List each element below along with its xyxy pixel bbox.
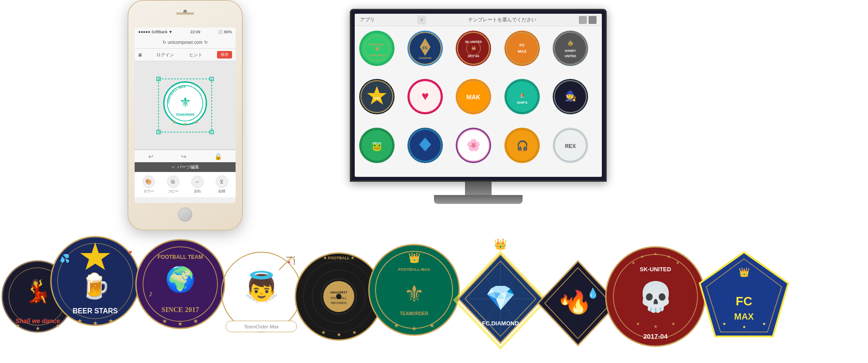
svg-text:★: ★ — [394, 322, 399, 329]
hint-btn[interactable]: ヒント — [189, 52, 202, 58]
refresh-icon: ↻ — [204, 40, 208, 45]
svg-text:★: ★ — [16, 323, 20, 329]
phone-screen: ●●●●● SoftBank ▼ 22:09 ⬜ 80% ↻ unicompos… — [135, 27, 236, 203]
phone-speaker — [176, 12, 194, 15]
svg-text:★: ★ — [108, 317, 114, 324]
flip-icon: ↔ — [191, 176, 204, 188]
svg-text:🥸: 🥸 — [568, 40, 574, 46]
login-btn[interactable]: ログイン — [156, 52, 174, 58]
svg-text:★: ★ — [321, 329, 326, 336]
svg-text:FOOTBALL TEAM: FOOTBALL TEAM — [158, 254, 203, 260]
menu-icon[interactable]: ≡ — [138, 51, 142, 59]
badge-item-13[interactable]: 🌸 — [456, 128, 491, 163]
svg-text:RECORDS: RECORDS — [331, 301, 346, 304]
svg-text:★: ★ — [337, 332, 341, 338]
svg-text:★ FOOTBALL ★: ★ FOOTBALL ★ — [323, 256, 355, 260]
svg-text:REX: REX — [565, 143, 576, 149]
phone-frame: ●●●●● SoftBank ▼ 22:09 ⬜ 80% ↻ unicompos… — [128, 0, 243, 230]
badge-item-5[interactable]: 🥸DANDYUNITED — [553, 31, 588, 66]
monitor-view-buttons — [579, 16, 597, 24]
resize-tool[interactable]: ⊻ 縦横 — [216, 176, 228, 194]
badge-item-1[interactable]: FOOTBALL⚜TEAMORDER — [359, 31, 395, 66]
svg-text:★: ★ — [676, 261, 679, 265]
copy-label: コピー — [168, 189, 178, 194]
battery-text: ⬜ 80% — [218, 30, 232, 34]
svg-text:MAX: MAX — [734, 312, 754, 321]
resize-icon: ⊻ — [216, 176, 228, 188]
badge-item-12[interactable] — [407, 128, 443, 163]
svg-text:★: ★ — [671, 321, 675, 326]
svg-text:👑: 👑 — [494, 238, 507, 250]
main-scene: ●●●●● SoftBank ▼ 22:09 ⬜ 80% ↻ unicompos… — [0, 0, 868, 363]
phone-bottom-toolbar: ↩ ↪ 🔒 — [135, 150, 236, 162]
phone-status-bar: ●●●●● SoftBank ▼ 22:09 ⬜ 80% — [135, 27, 236, 36]
svg-text:★: ★ — [654, 252, 657, 256]
logo-preview-svg: FOOTBALL-MAX ⚜ TEAMORDER ★ ★ ★ — [156, 77, 214, 134]
svg-text:TEAMORDER: TEAMORDER — [176, 113, 194, 116]
undo-icon[interactable]: ↩ — [148, 153, 154, 160]
url-icon: ↻ — [163, 40, 166, 45]
svg-text:TeamOrder Max: TeamOrder Max — [244, 324, 279, 329]
grid-view-btn[interactable] — [579, 16, 587, 24]
phone-nav-bar: ↻ unicomposer.com ↻ — [135, 36, 236, 49]
badge-item-4[interactable]: FCMAX — [504, 31, 540, 66]
color-tool[interactable]: 🎨 カラー — [143, 176, 155, 194]
save-button[interactable]: 保存 — [217, 51, 232, 59]
svg-text:⚜: ⚜ — [179, 95, 191, 109]
badge-item-2[interactable]: FCDIAMOND — [407, 31, 443, 66]
badge-item-9[interactable]: ⛵SHIPS — [504, 79, 540, 114]
carrier-text: ●●●●● SoftBank ▼ — [138, 30, 173, 34]
badge-item-10[interactable]: 🧙 — [553, 79, 588, 114]
svg-text:★: ★ — [77, 317, 83, 324]
svg-text:FOOTBALL-MAX: FOOTBALL-MAX — [398, 267, 430, 272]
monitor-screen-inner: アプリ ＜ テンプレートを選んでください FOOTBALL⚜TEAMORDER — [355, 14, 602, 177]
badge-item-14[interactable]: 🎧 — [504, 128, 540, 163]
svg-text:🐸: 🐸 — [372, 142, 382, 152]
svg-text:BEER STARS: BEER STARS — [73, 307, 118, 315]
flip-label: 反転 — [194, 189, 201, 194]
redo-icon[interactable]: ↪ — [181, 153, 186, 160]
phone-toolbar: ≡ ログイン ヒント 保存 — [135, 49, 236, 61]
svg-text:FC: FC — [422, 46, 428, 50]
monitor-back-btn[interactable]: ＜ — [417, 16, 426, 24]
phone-canvas[interactable]: FOOTBALL-MAX ⚜ TEAMORDER ★ ★ ★ — [135, 61, 236, 150]
svg-text:🎧: 🎧 — [516, 140, 528, 152]
svg-text:★: ★ — [162, 318, 167, 324]
svg-text:2017-04: 2017-04 — [468, 55, 480, 58]
url-text: unicomposer.com — [168, 40, 202, 45]
svg-text:★: ★ — [178, 320, 183, 327]
svg-text:SK-UNITED: SK-UNITED — [640, 266, 671, 273]
svg-text:👑: 👑 — [408, 252, 421, 264]
svg-point-27 — [506, 32, 538, 64]
phone-home-button[interactable] — [178, 207, 192, 222]
badge-item-6[interactable]: UAI — [359, 79, 395, 114]
list-view-btn[interactable] — [589, 16, 597, 24]
svg-text:★: ★ — [742, 324, 746, 329]
badge-item-3[interactable]: SK-UNITED☠2017-04 — [456, 31, 491, 66]
color-label: カラー — [143, 189, 154, 194]
svg-text:💎: 💎 — [485, 284, 516, 312]
flip-tool[interactable]: ↔ 反転 — [191, 176, 204, 194]
svg-text:DANDY: DANDY — [565, 49, 576, 52]
monitor-app-bar: アプリ ＜ テンプレートを選んでください — [355, 14, 602, 26]
badge-item-8[interactable]: MAK — [456, 79, 491, 114]
badge-item-7[interactable]: ♥ — [407, 79, 443, 114]
svg-text:★: ★ — [93, 320, 98, 327]
parts-back-icon[interactable]: ＜ — [171, 164, 175, 170]
monitor-neck — [465, 182, 492, 195]
svg-text:SK-UNITED: SK-UNITED — [465, 40, 482, 43]
svg-text:★: ★ — [429, 322, 435, 329]
svg-text:★: ★ — [411, 325, 417, 332]
lock-icon[interactable]: 🔒 — [214, 153, 222, 160]
svg-text:2017-04: 2017-04 — [643, 332, 668, 340]
badge-beer-stars: 🍺 BEER STARS ★ ★ ★ 💦 ♥ — [46, 230, 144, 336]
badge-item-15[interactable]: REX — [553, 128, 588, 163]
badge-item-11[interactable]: FROG🐸 — [359, 128, 395, 163]
svg-text:🧙: 🧙 — [564, 90, 577, 102]
copy-tool[interactable]: ⧉ コピー — [167, 176, 179, 194]
svg-text:👑: 👑 — [739, 267, 750, 277]
svg-text:UNITED: UNITED — [565, 55, 576, 58]
monitor-base — [434, 195, 523, 204]
svg-text:★: ★ — [352, 329, 357, 336]
color-icon: 🎨 — [143, 176, 155, 188]
